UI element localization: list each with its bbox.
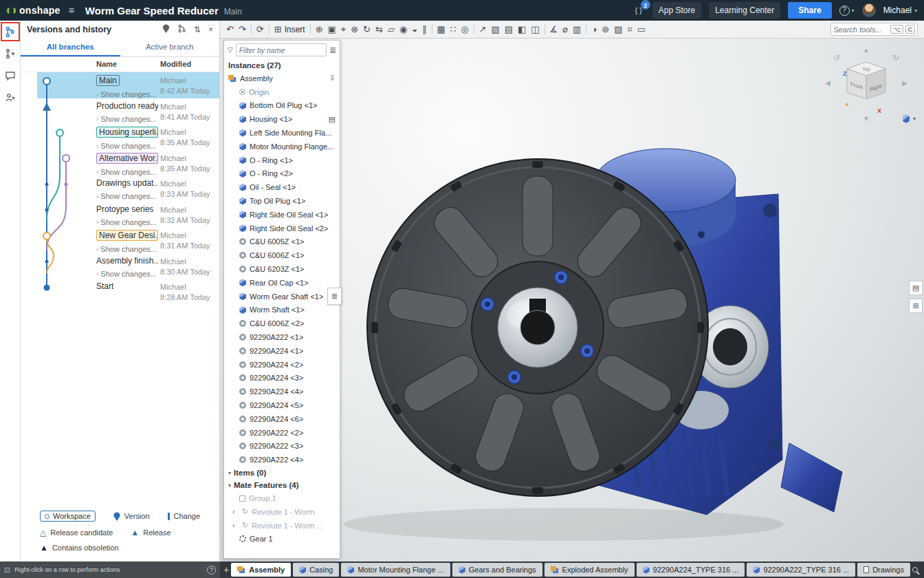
drawing-icon[interactable]: ▭	[637, 25, 646, 34]
instance-row[interactable]: C&U 6203Z <1>	[224, 262, 340, 276]
instance-row[interactable]: C&U 6006Z <1>	[224, 248, 340, 262]
tab-92290a222[interactable]: 92290A222_TYPE 316 ...	[747, 563, 855, 577]
view-left-arrow[interactable]: ◀	[825, 80, 830, 87]
version-name[interactable]: Production ready	[96, 101, 158, 111]
learning-center-button[interactable]: Learning Center	[709, 2, 780, 19]
filter-input[interactable]	[236, 43, 327, 56]
bom-table-icon[interactable]: ▤	[909, 281, 923, 295]
avatar[interactable]	[862, 3, 876, 17]
items-section-header[interactable]: ▾ Items (0)	[224, 467, 340, 479]
instance-row[interactable]: 92290A222 <3>	[224, 440, 340, 453]
redo-icon[interactable]: ↷	[239, 25, 246, 34]
instance-row[interactable]: 92290A224 <5>	[224, 398, 340, 412]
tab-active-branch[interactable]: Active branch	[120, 39, 220, 56]
version-graph[interactable]	[21, 72, 96, 305]
tab-all-branches[interactable]: All branches	[21, 39, 120, 56]
version-name[interactable]: Alternative Wor...	[96, 153, 158, 164]
instance-row[interactable]: 92290A224 <1>	[224, 344, 340, 358]
instance-row[interactable]: Rear Oil Cap <1>	[224, 276, 340, 290]
follow-mode-icon[interactable]	[2, 89, 19, 106]
view-cube-faces[interactable]: Top Front Right	[844, 61, 888, 100]
rotate-ccw-icon[interactable]: ↺	[833, 54, 840, 62]
main-menu-icon[interactable]: ≡	[67, 5, 76, 16]
tab-drawings[interactable]: Drawings	[857, 563, 910, 577]
help-badge-icon[interactable]: ?	[207, 566, 216, 575]
in-context-panel-icon[interactable]: ⊞	[909, 299, 923, 313]
version-name[interactable]: Start	[96, 281, 113, 291]
graphics-area[interactable]: ↺ ↻ ▲ ◀ ▶ ▼ Z X Top Front Right ▾ ▤	[220, 39, 924, 561]
instance-row[interactable]: 92290A224 <4>	[224, 385, 340, 398]
replicate-icon[interactable]: ▦	[437, 25, 446, 34]
update-icon[interactable]: ⟳	[256, 25, 264, 34]
hub[interactable]	[498, 288, 578, 367]
version-name[interactable]: New Gear Desi...	[96, 230, 158, 241]
mass-properties-icon[interactable]: ⌀	[562, 25, 568, 34]
expand-icon[interactable]: ›	[232, 508, 239, 515]
instance-row[interactable]: Right Side Oil Seal <1>	[224, 208, 340, 222]
search-tabs-icon[interactable]	[912, 567, 918, 572]
share-button[interactable]: Share	[788, 2, 831, 19]
frame-icon[interactable]: ⌗	[627, 25, 632, 34]
instance-row[interactable]: Motor Mounting Flange...	[224, 140, 340, 153]
bom-icon[interactable]: ▥	[573, 25, 581, 34]
circular-pattern-icon[interactable]: ◎	[461, 25, 468, 34]
instance-row[interactable]: Housing <1>▤	[224, 112, 340, 126]
branch-icon[interactable]	[2, 45, 19, 62]
parallel-mate-icon[interactable]: ∥	[422, 25, 427, 34]
updates-icon[interactable]: { } 2	[632, 5, 644, 16]
instance-row[interactable]: 92290A224 <6>	[224, 412, 340, 426]
origin-row[interactable]: Origin	[224, 85, 340, 99]
instance-row[interactable]: Worm Shaft <1>	[224, 303, 340, 317]
mate-icon[interactable]: ⊕	[316, 25, 323, 34]
comments-icon[interactable]	[2, 67, 19, 84]
instance-row[interactable]: Top Oil Plug <1>	[224, 194, 340, 208]
mate-feature-row[interactable]: › ↻ Revolute 1 - Worm ...	[224, 519, 340, 533]
view-down-arrow[interactable]: ▼	[863, 116, 870, 122]
onshape-logo[interactable]: onshape	[7, 5, 60, 16]
close-icon[interactable]: ×	[208, 25, 213, 34]
instances-section-header[interactable]: Instances (27)	[224, 59, 340, 72]
instance-row[interactable]: 92290A222 <2>	[224, 426, 340, 440]
instance-row[interactable]: 92290A222 <4>	[224, 453, 340, 467]
named-views-icon[interactable]: ▤	[505, 25, 513, 34]
section-view-icon[interactable]: ◫	[531, 25, 539, 34]
flange-disc[interactable]	[367, 159, 708, 496]
insert-button[interactable]: ⊞ Insert	[274, 25, 305, 34]
planar-mate-icon[interactable]: ▱	[388, 25, 395, 34]
in-context-icon[interactable]: ▤	[329, 115, 336, 124]
version-name[interactable]: Protoype series	[96, 204, 153, 214]
measure-icon[interactable]: ∡	[550, 25, 558, 34]
instance-row[interactable]: C&U 6005Z <1>	[224, 235, 340, 249]
ball-mate-icon[interactable]: ◉	[399, 25, 407, 34]
version-name[interactable]: Drawings updat...	[96, 178, 158, 188]
version-name[interactable]: Assembly finish...	[96, 256, 158, 266]
screen-share-icon[interactable]: ⊡	[4, 566, 10, 575]
view-up-arrow[interactable]: ▲	[863, 47, 870, 54]
fastened-mate-icon[interactable]: ⊗	[351, 25, 358, 34]
expand-icon[interactable]: ›	[232, 522, 239, 529]
tab-motor-mounting-flange[interactable]: Motor Mounting Flange ...	[341, 563, 450, 577]
tool-search-input[interactable]	[833, 25, 888, 34]
user-menu[interactable]: Michael ▾	[883, 6, 917, 15]
display-states-icon[interactable]: ◧	[518, 25, 526, 34]
list-options-icon[interactable]: ≣	[329, 45, 336, 55]
download-icon[interactable]: ⇩	[329, 74, 336, 83]
configurations-icon[interactable]: ⊛	[602, 25, 609, 34]
mate-feature-row[interactable]: Gear 1	[224, 533, 340, 546]
help-menu[interactable]: ? ▾	[839, 6, 855, 16]
appearance-icon[interactable]: ◑	[591, 25, 597, 34]
instance-row[interactable]: Left Side Mounting Fla...	[224, 126, 340, 140]
version-name[interactable]: Main	[96, 75, 120, 86]
mate-feature-row[interactable]: Group 1	[224, 491, 340, 505]
view-right-arrow[interactable]: ▶	[902, 80, 908, 87]
filter-icon[interactable]: ▽	[228, 46, 233, 54]
undo-icon[interactable]: ↶	[226, 25, 234, 34]
instance-row[interactable]: 92290A224 <3>	[224, 372, 340, 385]
instance-row[interactable]: Bottom Oil Plug <1>	[224, 99, 340, 113]
view-options-button[interactable]: ▾	[903, 114, 916, 123]
slider-mate-icon[interactable]: ⇆	[375, 25, 383, 34]
create-branch-icon[interactable]	[177, 24, 186, 35]
tab-assembly[interactable]: Assembly	[231, 563, 291, 577]
instance-row[interactable]: O - Ring <1>	[224, 153, 340, 167]
add-tab-button[interactable]: +	[223, 564, 229, 575]
